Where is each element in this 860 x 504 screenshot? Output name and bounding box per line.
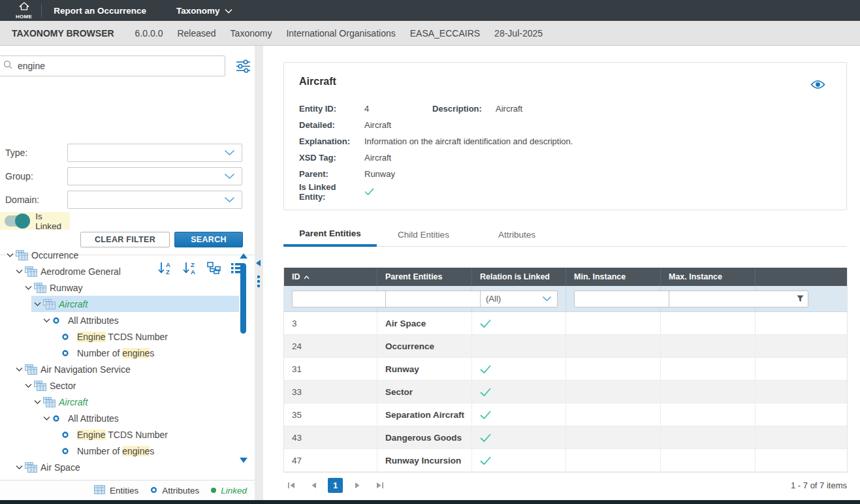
chevron-down-icon[interactable]	[31, 302, 43, 307]
chevron-down-icon[interactable]	[31, 400, 43, 405]
breadcrumb-taxonomy[interactable]: Taxonomy	[231, 28, 272, 39]
cell-empty	[756, 358, 847, 380]
cell-id: 43	[284, 426, 377, 449]
column-header-id[interactable]: ID	[284, 268, 377, 286]
table-row[interactable]: 33Sector	[284, 381, 847, 403]
cell-empty	[756, 449, 847, 471]
legend-linked: Linked	[211, 486, 247, 496]
table-row[interactable]: 24Occurrence	[284, 335, 847, 358]
tree-item[interactable]: All Attributes	[40, 410, 239, 426]
table-row[interactable]: 35Separation Aircraft	[284, 403, 847, 426]
tree-item[interactable]: Number of engines	[50, 345, 239, 361]
scroll-up-icon[interactable]	[240, 253, 247, 259]
attribute-icon	[52, 317, 68, 324]
column-header-relation-is-linked[interactable]: Relation is Linked	[472, 268, 566, 286]
breadcrumb-taxonomy-name[interactable]: EASA_ECCAIRS	[410, 28, 480, 39]
last-page-icon[interactable]	[372, 477, 387, 493]
check-icon	[472, 449, 566, 471]
tree-item[interactable]: Air Navigation Service	[13, 361, 239, 377]
search-input[interactable]	[18, 61, 200, 71]
tree-item[interactable]: Engine TCDS Number	[50, 328, 239, 345]
panel-splitter[interactable]	[255, 46, 263, 500]
app-title: TAXONOMY BROWSER	[12, 28, 114, 39]
chevron-down-icon[interactable]	[13, 465, 25, 470]
chevron-down-icon[interactable]	[40, 416, 52, 421]
table-row[interactable]: 3Air Space	[284, 312, 847, 335]
home-button[interactable]: HOME	[16, 1, 32, 20]
breadcrumb-organisation[interactable]: International Organisations	[286, 28, 395, 39]
domain-select[interactable]	[67, 191, 242, 209]
domain-label: Domain:	[0, 195, 67, 205]
table-row[interactable]: 43Dangerous Goods	[284, 426, 847, 449]
cell-id: 33	[284, 381, 377, 403]
main-area: Type: Group: Domain: Is Linked CLEAR FIL…	[0, 46, 860, 500]
clear-filter-button[interactable]: CLEAR FILTER	[80, 232, 170, 247]
version-label: 6.0.0.0	[135, 28, 163, 39]
chevron-down-icon[interactable]	[4, 253, 16, 258]
cell-parent-entity: Runway	[377, 358, 472, 380]
previous-page-icon[interactable]	[306, 477, 321, 493]
tab-attributes[interactable]: Attributes	[470, 222, 564, 247]
group-select[interactable]	[67, 167, 242, 185]
scroll-down-icon[interactable]	[240, 458, 247, 463]
cell-max-instance	[661, 381, 756, 403]
cell-min-instance	[566, 381, 661, 403]
filter-row-type: Type:	[0, 144, 242, 162]
tab-parent-entities[interactable]: Parent Entities	[283, 222, 377, 247]
eye-icon[interactable]	[810, 80, 825, 92]
tab-child-entities[interactable]: Child Entities	[377, 222, 470, 247]
cell-id: 35	[284, 403, 377, 426]
taxonomy-date: 28-Jul-2025	[494, 28, 543, 39]
detail-tabs: Parent Entities Child Entities Attribute…	[283, 222, 847, 247]
type-select[interactable]	[67, 144, 242, 162]
search-button[interactable]: SEARCH	[174, 232, 243, 247]
cell-parent-entity: Separation Aircraft	[377, 403, 472, 426]
tree-item-label: Number of engines	[77, 348, 154, 358]
entity-id-label: Entity ID:	[299, 104, 364, 114]
table-row[interactable]: 31Runway	[284, 358, 847, 381]
cell-parent-entity: Runway Incursion	[377, 449, 472, 471]
column-header-min-instance[interactable]: Min. Instance	[566, 268, 661, 286]
is-linked-toggle[interactable]	[5, 215, 29, 227]
table-row[interactable]: 47Runway Incursion	[284, 449, 847, 472]
entity-detail-panel: Aircraft Entity ID: 4 Description: Aircr…	[263, 46, 860, 500]
linked-filter-select[interactable]: (All)	[480, 291, 558, 307]
page-number-button[interactable]: 1	[328, 478, 343, 493]
chevron-down-icon[interactable]	[22, 285, 34, 291]
cell-parent-entity: Occurrence	[377, 335, 472, 357]
tree-item[interactable]: Air Space	[13, 459, 239, 475]
scrollbar-thumb[interactable]	[240, 263, 246, 334]
tree-item[interactable]: Aircraft	[31, 296, 239, 312]
nav-taxonomy-menu[interactable]: Taxonomy	[176, 6, 232, 16]
tree-item[interactable]: Sector	[22, 377, 239, 394]
first-page-icon[interactable]	[283, 477, 299, 493]
search-icon	[3, 60, 12, 72]
column-header-max-instance[interactable]: Max. Instance	[661, 268, 756, 286]
table-header-row: ID Parent Entities Relation is Linked Mi…	[284, 268, 847, 286]
tree-item[interactable]: Engine TCDS Number	[50, 426, 239, 443]
tree-item-label: Runway	[50, 283, 83, 293]
description-value: Aircraft	[496, 104, 831, 114]
collapse-panel-icon[interactable]	[256, 260, 261, 266]
chevron-down-icon[interactable]	[13, 367, 25, 372]
tree-item[interactable]: Aerodrome General	[13, 263, 239, 279]
chevron-down-icon[interactable]	[22, 383, 34, 388]
tree-item[interactable]: All Attributes	[40, 312, 239, 328]
parent-label: Parent:	[299, 169, 364, 179]
tree-item[interactable]: Occurrence	[4, 247, 239, 263]
type-label: Type:	[0, 148, 67, 158]
tree-item-label: Occurrence	[31, 250, 78, 260]
nav-report-occurrence[interactable]: Report an Occurrence	[54, 6, 146, 16]
items-count-label: 1 - 7 of 7 items	[791, 480, 847, 490]
tree-item[interactable]: Runway	[22, 279, 239, 296]
tree-item[interactable]: Number of engines	[50, 443, 239, 459]
tree-item-label: Sector	[50, 381, 76, 391]
chevron-down-icon[interactable]	[13, 269, 25, 274]
tree-item[interactable]: Aircraft	[31, 394, 239, 410]
next-page-icon[interactable]	[349, 477, 365, 493]
column-header-parent-entities[interactable]: Parent Entities	[377, 268, 472, 286]
chevron-down-icon[interactable]	[40, 318, 52, 323]
cell-parent-entity: Dangerous Goods	[377, 426, 472, 449]
splitter-grip[interactable]	[257, 276, 260, 287]
advanced-filter-button[interactable]	[236, 59, 251, 76]
